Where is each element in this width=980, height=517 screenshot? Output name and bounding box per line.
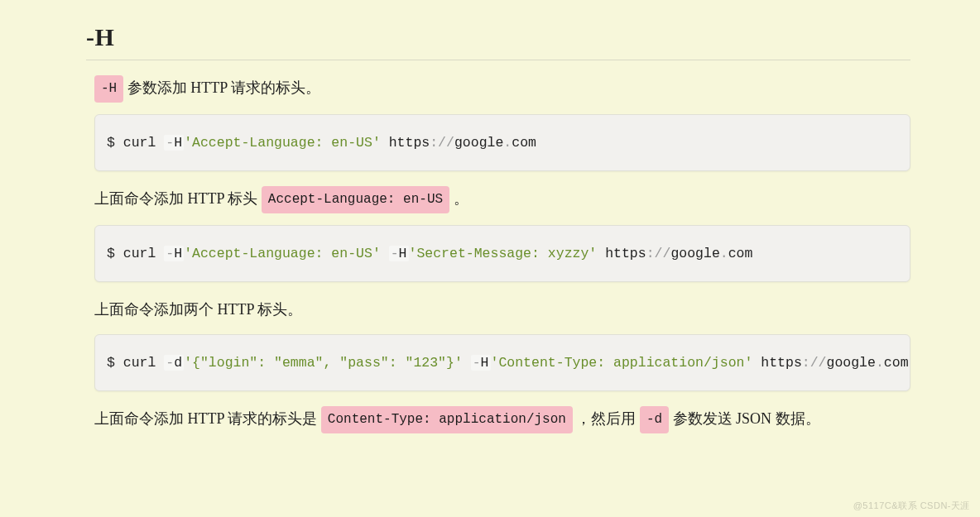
inline-code-accept-language: Accept-Language: en-US xyxy=(262,186,449,213)
flag-H: -H xyxy=(471,355,491,371)
paragraph-2: 上面命令添加 HTTP 标头 Accept-Language: en-US 。 xyxy=(94,186,910,213)
string-literal: '{"login": "emma", "pass": "123"}' xyxy=(184,355,463,371)
flag-letter: d xyxy=(174,355,182,371)
flag-d: -d xyxy=(164,355,184,371)
shell-prompt: $ xyxy=(107,246,123,261)
section-title: -H xyxy=(86,23,910,60)
paragraph-4-mid: ，然后用 xyxy=(573,410,640,427)
space xyxy=(381,135,389,151)
url-host: google xyxy=(454,135,503,151)
space xyxy=(752,355,761,371)
string-literal: 'Content-Type: application/json' xyxy=(491,355,753,371)
url-tld: com xyxy=(884,355,909,371)
document-root: -H -H 参数添加 HTTP 请求的标头。 $ curl -H 'Accept… xyxy=(0,0,980,433)
flag-letter: H xyxy=(174,135,182,151)
dot: . xyxy=(720,246,728,261)
curl-command: curl xyxy=(123,135,165,151)
paragraph-3: 上面命令添加两个 HTTP 标头。 xyxy=(94,297,910,323)
flag-H-2: -H xyxy=(389,246,409,261)
string-literal: 'Accept-Language: en-US' xyxy=(184,135,381,151)
paragraph-4-post: 参数发送 JSON 数据。 xyxy=(669,410,820,427)
space xyxy=(463,355,471,371)
url-host: google xyxy=(670,246,719,261)
paragraph-2-post: 。 xyxy=(449,190,468,207)
paragraph-intro: -H 参数添加 HTTP 请求的标头。 xyxy=(94,75,910,103)
inline-code-content-type: Content-Type: application/json xyxy=(321,406,573,433)
url-tld: com xyxy=(512,135,536,151)
colon-slash-slash: :// xyxy=(646,246,671,261)
paragraph-2-pre: 上面命令添加 HTTP 标头 xyxy=(94,190,262,207)
dash-icon: - xyxy=(391,246,399,261)
dash-icon: - xyxy=(473,355,481,371)
url-scheme: https xyxy=(761,355,802,371)
dash-icon: - xyxy=(166,355,174,371)
paragraph-3-text: 上面命令添加两个 HTTP 标头。 xyxy=(94,301,302,318)
string-literal: 'Accept-Language: en-US' xyxy=(184,246,381,261)
flag-letter: H xyxy=(481,355,489,371)
colon-slash-slash: :// xyxy=(802,355,827,371)
code-block-2: $ curl -H 'Accept-Language: en-US' -H 'S… xyxy=(94,225,910,282)
string-literal: 'Secret-Message: xyzzy' xyxy=(409,246,598,261)
shell-prompt: $ xyxy=(107,135,123,151)
curl-command: curl xyxy=(123,355,165,371)
url-scheme: https xyxy=(389,135,430,151)
flag-letter: H xyxy=(174,246,182,261)
flag-H-1: -H xyxy=(164,246,184,261)
dash-icon: - xyxy=(166,135,174,151)
shell-prompt: $ xyxy=(107,355,123,371)
url-host: google xyxy=(827,355,876,371)
inline-code-d-flag: -d xyxy=(640,406,669,433)
colon-slash-slash: :// xyxy=(430,135,454,151)
flag-letter: H xyxy=(399,246,407,261)
url-tld: com xyxy=(728,246,753,261)
watermark-text: @5117C&联系 CSDN-天涯 xyxy=(853,500,970,512)
code-block-3: $ curl -d '{"login": "emma", "pass": "12… xyxy=(94,334,910,391)
space xyxy=(597,246,605,261)
dot: . xyxy=(503,135,512,151)
paragraph-4-pre: 上面命令添加 HTTP 请求的标头是 xyxy=(94,410,321,427)
inline-code-H-flag: -H xyxy=(94,75,123,103)
curl-command: curl xyxy=(123,246,165,261)
paragraph-4: 上面命令添加 HTTP 请求的标头是 Content-Type: applica… xyxy=(94,406,910,433)
code-block-1: $ curl -H 'Accept-Language: en-US' https… xyxy=(94,114,910,171)
url-scheme: https xyxy=(605,246,646,261)
dot: . xyxy=(876,355,884,371)
space xyxy=(381,246,389,261)
flag-H-1: -H xyxy=(164,135,184,151)
dash-icon: - xyxy=(166,246,174,261)
paragraph-intro-text: 参数添加 HTTP 请求的标头。 xyxy=(123,79,320,96)
